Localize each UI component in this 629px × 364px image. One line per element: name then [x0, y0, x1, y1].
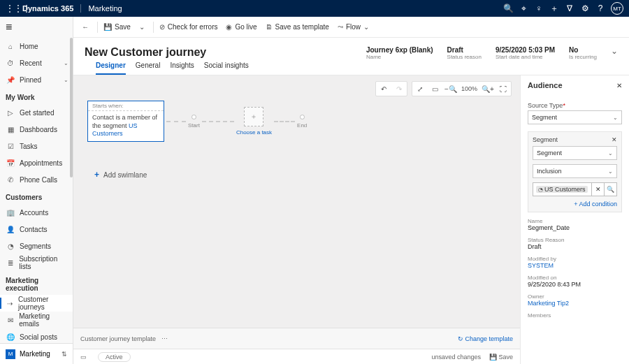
editable-icon[interactable]: ▭ — [80, 354, 87, 361]
header-expand-icon[interactable]: ⌄ — [611, 46, 618, 56]
select-value: Inclusion — [537, 168, 608, 175]
menu-toggle-icon[interactable]: ≡ — [0, 17, 73, 38]
area-switcher[interactable]: M Marketing ⇅ — [0, 343, 73, 364]
settings-gear-icon[interactable]: ⚙ — [577, 3, 593, 13]
block-close-icon[interactable]: ✕ — [612, 136, 617, 143]
header-name-value: Journey 6xp (Blank) — [366, 46, 433, 54]
tab-general[interactable]: General — [136, 61, 161, 75]
start-label: Start — [188, 122, 200, 129]
nav-customer-journeys[interactable]: ⇢Customer journeys — [0, 295, 73, 312]
help-icon[interactable]: ? — [593, 3, 608, 13]
add-icon[interactable]: ＋ — [547, 3, 562, 15]
golive-icon: ◉ — [226, 23, 232, 31]
search-icon[interactable]: 🔍 — [500, 3, 516, 13]
nav-accounts[interactable]: 🏢Accounts — [0, 204, 73, 221]
flow-button[interactable]: ⤳Flow⌄ — [333, 17, 376, 37]
check-icon: ⊘ — [159, 23, 165, 31]
add-swimlane-button[interactable]: +Add swimlane — [87, 170, 506, 180]
select-value: Segment — [537, 150, 608, 156]
audience-tile[interactable]: Starts when: Contact is a member of the … — [87, 101, 164, 142]
light-icon[interactable]: ♀ — [531, 3, 547, 13]
start-node — [191, 115, 196, 119]
back-icon: ← — [82, 23, 89, 31]
fullscreen-button[interactable]: ⛶ — [496, 81, 511, 96]
journey-canvas[interactable]: Starts when: Contact is a member of the … — [73, 75, 520, 328]
footer-save-button[interactable]: 💾 Save — [489, 354, 513, 361]
lookup-search-icon[interactable]: 🔍 — [605, 182, 617, 196]
chevron-down-icon: ⌄ — [139, 23, 145, 31]
globe-icon: 🌐 — [6, 333, 15, 341]
source-type-label: Source Type — [528, 102, 622, 109]
go-live-button[interactable]: ◉Go live — [222, 17, 261, 37]
nav-recent[interactable]: ⏱Recent⌄ — [0, 54, 73, 71]
nav-label: Phone Calls — [20, 176, 57, 184]
play-icon: ▷ — [6, 109, 15, 117]
zoom-in-button[interactable]: 🔍+ — [480, 81, 496, 96]
state-button[interactable]: Active — [98, 352, 131, 362]
add-condition-link[interactable]: + Add condition — [533, 201, 617, 208]
nav-pinned[interactable]: 📌Pinned⌄ — [0, 71, 73, 88]
save-icon: 💾 — [103, 23, 112, 31]
save-as-template-button[interactable]: 🗎Save as template — [261, 17, 333, 37]
modifiedby-meta-value[interactable]: SYSTEM — [528, 262, 622, 269]
lookup-clear-icon[interactable]: ✕ — [592, 182, 605, 196]
nav-social-posts[interactable]: 🌐Social posts — [0, 328, 73, 343]
tab-designer[interactable]: Designer — [96, 61, 126, 75]
nav-tasks[interactable]: ☑Tasks — [0, 138, 73, 154]
back-button[interactable]: ← — [78, 17, 96, 37]
nav-home[interactable]: ⌂Home — [0, 38, 73, 54]
cmd-label: Save — [115, 23, 131, 31]
audience-tile-header: Starts when: — [88, 101, 164, 111]
building-icon: 🏢 — [6, 209, 15, 217]
add-swimlane-label: Add swimlane — [103, 171, 147, 179]
user-avatar[interactable]: MT — [611, 2, 623, 15]
nav-subscription-lists[interactable]: ≣Subscription lists — [0, 254, 73, 271]
header-recurring-label: Is recurring — [569, 54, 597, 60]
choose-task-tile[interactable]: ＋ — [244, 107, 263, 126]
source-type-select[interactable]: Segment⌄ — [528, 110, 622, 124]
owner-meta-value[interactable]: Marketing Tip2 — [528, 300, 622, 307]
snap-button[interactable]: ▭ — [428, 81, 443, 96]
module-name[interactable]: Marketing — [80, 4, 122, 13]
tab-social-insights[interactable]: Social insights — [204, 61, 249, 75]
filter-icon[interactable]: ∇ — [562, 3, 577, 13]
nav-phone-calls[interactable]: ✆Phone Calls — [0, 171, 73, 188]
tab-insights[interactable]: Insights — [170, 61, 194, 75]
template-menu-icon[interactable]: ⋯ — [161, 335, 168, 342]
chevron-down-icon: ⌄ — [608, 150, 613, 156]
fit-button[interactable]: ⤢ — [412, 81, 428, 96]
undo-button[interactable]: ↶ — [376, 81, 391, 96]
nav-dashboards[interactable]: ▦Dashboards — [0, 121, 73, 138]
modifiedon-meta-value: 9/25/2020 8:43 PM — [528, 281, 622, 288]
change-template-link[interactable]: ↻ Change template — [458, 335, 513, 342]
chevron-down-icon: ⌄ — [363, 23, 369, 31]
template-icon: 🗎 — [266, 23, 273, 31]
nav-label: Social posts — [20, 333, 57, 341]
segment-block: Segment✕ Segment⌄ Inclusion⌄ ◔US Custome… — [528, 131, 622, 212]
zoom-out-button[interactable]: −🔍 — [443, 81, 458, 96]
modifiedon-meta-label: Modified on — [528, 275, 622, 281]
main-region: ← 💾Save ⌄ ⊘Check for errors ◉Go live 🗎Sa… — [73, 17, 629, 364]
header-name-field: Journey 6xp (Blank) Name — [366, 46, 433, 60]
save-menu-button[interactable]: ⌄ — [135, 17, 152, 37]
name-meta-value: Segment_Date — [528, 224, 622, 231]
nav-get-started[interactable]: ▷Get started — [0, 104, 73, 121]
nav-contacts[interactable]: 👤Contacts — [0, 221, 73, 238]
nav-segments[interactable]: ◔Segments — [0, 238, 73, 254]
segment-lookup[interactable]: ◔US Customers ✕ 🔍 — [533, 182, 617, 196]
area-letter: M — [6, 349, 15, 359]
canvas-toolstrip: ↶ ↷ ⤢ ▭ −🔍 100% 🔍+ ⛶ — [375, 81, 512, 96]
choose-task-label[interactable]: Choose a task — [236, 129, 272, 136]
segment-type-select[interactable]: Segment⌄ — [533, 146, 617, 160]
nav-marketing-emails[interactable]: ✉Marketing emails — [0, 312, 73, 328]
inclusion-select[interactable]: Inclusion⌄ — [533, 164, 617, 178]
redo-button[interactable]: ↷ — [391, 81, 407, 96]
app-launcher-icon[interactable]: ⋮⋮⋮ — [6, 3, 17, 13]
header-start-value: 9/25/2020 5:03 PM — [496, 46, 555, 54]
check-errors-button[interactable]: ⊘Check for errors — [155, 17, 222, 37]
panel-close-icon[interactable]: ✕ — [616, 82, 622, 89]
nav-appointments[interactable]: 📅Appointments — [0, 154, 73, 171]
assistant-icon[interactable]: ⌖ — [516, 3, 531, 13]
save-button[interactable]: 💾Save — [99, 17, 135, 37]
nav-label: Customer journeys — [18, 296, 68, 311]
